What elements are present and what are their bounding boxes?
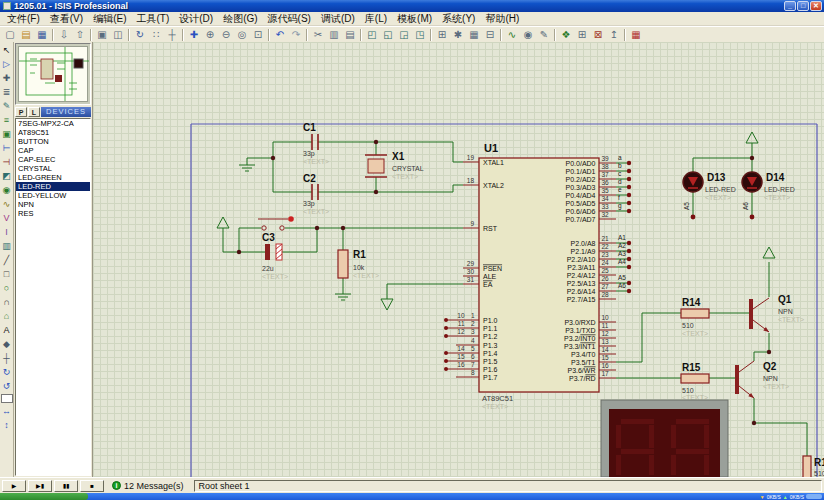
2d-marker-mode-icon[interactable]: ┼ xyxy=(0,351,13,365)
led-d13[interactable]: D13 LED-RED <TEXT> A5 xyxy=(683,172,736,210)
wire-label-mode-icon[interactable]: ≣ xyxy=(0,85,13,99)
block-delete-icon[interactable]: ◳ xyxy=(412,28,428,42)
library-manager-button[interactable]: L xyxy=(28,107,40,117)
play-button[interactable]: ▶ xyxy=(2,480,26,492)
zoom-in-icon[interactable]: ⊕ xyxy=(202,28,218,42)
2d-line-mode-icon[interactable]: ╱ xyxy=(0,253,13,267)
2d-arc-mode-icon[interactable]: ∩ xyxy=(0,295,13,309)
device-item[interactable]: BUTTON xyxy=(16,137,90,146)
refresh-display-icon[interactable]: ↻ xyxy=(132,28,148,42)
component-mode-icon[interactable]: ▷ xyxy=(0,57,13,71)
device-item[interactable]: AT89C51 xyxy=(16,128,90,137)
device-item[interactable]: CAP-ELEC xyxy=(16,155,90,164)
zoom-out-icon[interactable]: ⊖ xyxy=(218,28,234,42)
undo-icon[interactable]: ↶ xyxy=(272,28,288,42)
virtual-instruments-mode-icon[interactable]: ▥ xyxy=(0,239,13,253)
junction-dot-mode-icon[interactable]: ✚ xyxy=(0,71,13,85)
generator-mode-icon[interactable]: ∿ xyxy=(0,197,13,211)
goto-sheet-icon[interactable]: ↥ xyxy=(606,28,622,42)
menu-item-7[interactable]: 调试(D) xyxy=(316,12,360,25)
remove-sheet-icon[interactable]: ⊠ xyxy=(590,28,606,42)
property-assignment-icon[interactable]: ✎ xyxy=(536,28,552,42)
flip-horizontal-icon[interactable]: ↔ xyxy=(0,404,13,418)
seven-segment-display[interactable] xyxy=(601,400,728,477)
device-item[interactable]: CAP xyxy=(16,146,90,155)
windows-taskbar[interactable]: ▼ 0KB/S ▲ 0KB/S xyxy=(0,493,824,500)
search-tags-icon[interactable]: ◉ xyxy=(520,28,536,42)
start-button[interactable] xyxy=(0,493,88,500)
tape-recorder-mode-icon[interactable]: ◉ xyxy=(0,183,13,197)
stop-button[interactable]: ■ xyxy=(80,480,104,492)
center-at-cursor-icon[interactable]: ✚ xyxy=(186,28,202,42)
decompose-icon[interactable]: ⊟ xyxy=(482,28,498,42)
minimize-button[interactable]: _ xyxy=(784,1,796,11)
export-section-icon[interactable]: ⇧ xyxy=(72,28,88,42)
cut-icon[interactable]: ✂ xyxy=(310,28,326,42)
redo-icon[interactable]: ↷ xyxy=(288,28,304,42)
false-origin-icon[interactable]: ┼ xyxy=(164,28,180,42)
menu-item-8[interactable]: 库(L) xyxy=(360,12,392,25)
block-copy-icon[interactable]: ◰ xyxy=(364,28,380,42)
device-item[interactable]: LED-RED xyxy=(16,182,90,191)
pick-device-button[interactable]: P xyxy=(15,107,27,117)
menu-item-3[interactable]: 工具(T) xyxy=(131,12,174,25)
schematic-canvas[interactable]: C1 33p <TEXT> C2 33p <TEXT> X1 CRYSTAL xyxy=(92,42,824,477)
copy-icon[interactable]: ▥ xyxy=(326,28,342,42)
message-area[interactable]: i 12 Message(s) xyxy=(112,481,184,491)
resistor-r16[interactable]: R16 510 xyxy=(803,456,824,477)
paste-icon[interactable]: ▤ xyxy=(342,28,358,42)
capacitor-c1[interactable]: C1 33p <TEXT> xyxy=(303,122,329,165)
pause-button[interactable]: ▮▮ xyxy=(54,480,78,492)
print-icon[interactable]: ▣ xyxy=(94,28,110,42)
ares-netlist-icon[interactable]: ▦ xyxy=(628,28,644,42)
block-move-icon[interactable]: ◱ xyxy=(380,28,396,42)
tray-button[interactable] xyxy=(806,494,822,499)
flip-vertical-icon[interactable]: ↕ xyxy=(0,418,13,432)
crystal-x1[interactable]: X1 CRYSTAL <TEXT> xyxy=(365,151,424,180)
voltage-probe-mode-icon[interactable]: V xyxy=(0,211,13,225)
bus-mode-icon[interactable]: ≡ xyxy=(0,113,13,127)
new-file-icon[interactable]: ▢ xyxy=(2,28,18,42)
transistor-q2[interactable]: Q2 NPN <TEXT> xyxy=(735,361,789,398)
device-item[interactable]: 7SEG-MPX2-CA xyxy=(16,119,90,128)
open-file-icon[interactable]: ▤ xyxy=(18,28,34,42)
menu-item-2[interactable]: 编辑(E) xyxy=(88,12,131,25)
2d-symbol-mode-icon[interactable]: ◆ xyxy=(0,337,13,351)
resistor-r1[interactable]: R1 10k <TEXT> xyxy=(338,249,379,279)
menu-item-5[interactable]: 绘图(G) xyxy=(218,12,262,25)
import-section-icon[interactable]: ⇩ xyxy=(56,28,72,42)
menu-item-1[interactable]: 查看(V) xyxy=(45,12,88,25)
mark-output-area-icon[interactable]: ◫ xyxy=(110,28,126,42)
packaging-tool-icon[interactable]: ▦ xyxy=(466,28,482,42)
led-d14[interactable]: D14 LED-RED <TEXT> A6 xyxy=(742,172,795,210)
menu-item-6[interactable]: 源代码(S) xyxy=(263,12,316,25)
menu-item-4[interactable]: 设计(D) xyxy=(174,12,218,25)
rotation-value-input[interactable] xyxy=(1,394,13,403)
maximize-button[interactable]: □ xyxy=(797,1,809,11)
2d-circle-mode-icon[interactable]: ○ xyxy=(0,281,13,295)
device-pin-mode-icon[interactable]: ⊣ xyxy=(0,155,13,169)
menu-item-11[interactable]: 帮助(H) xyxy=(480,12,524,25)
2d-box-mode-icon[interactable]: □ xyxy=(0,267,13,281)
device-item[interactable]: RES xyxy=(16,209,90,218)
pick-parts-icon[interactable]: ⊞ xyxy=(434,28,450,42)
make-device-icon[interactable]: ✱ xyxy=(450,28,466,42)
device-item[interactable]: NPN xyxy=(16,200,90,209)
device-item[interactable]: LED-YELLOW xyxy=(16,191,90,200)
selection-mode-icon[interactable]: ↖ xyxy=(0,43,13,57)
save-file-icon[interactable]: ▦ xyxy=(34,28,50,42)
device-list[interactable]: 7SEG-MPX2-CAAT89C51BUTTONCAPCAP-ELECCRYS… xyxy=(15,118,91,476)
device-item[interactable]: CRYSTAL xyxy=(16,164,90,173)
rotate-clockwise-icon[interactable]: ↻ xyxy=(0,365,13,379)
graph-mode-icon[interactable]: ◩ xyxy=(0,169,13,183)
resistor-r15[interactable]: R15 510 <TEXT> xyxy=(681,362,709,401)
current-probe-mode-icon[interactable]: I xyxy=(0,225,13,239)
toggle-grid-icon[interactable]: ∷ xyxy=(148,28,164,42)
capacitor-c2[interactable]: C2 33p <TEXT> xyxy=(303,173,329,215)
menu-item-0[interactable]: 文件(F) xyxy=(2,12,45,25)
new-sheet-icon[interactable]: ⊞ xyxy=(574,28,590,42)
subcircuit-mode-icon[interactable]: ▣ xyxy=(0,127,13,141)
text-script-mode-icon[interactable]: ✎ xyxy=(0,99,13,113)
transistor-q1[interactable]: Q1 NPN <TEXT> xyxy=(749,294,804,332)
wire-autorouter-icon[interactable]: ∿ xyxy=(504,28,520,42)
